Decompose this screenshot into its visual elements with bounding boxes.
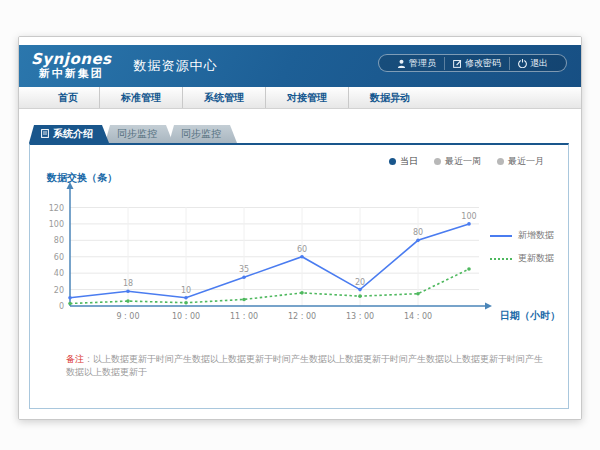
svg-text:100: 100 bbox=[461, 212, 476, 221]
logout-button[interactable]: 退出 bbox=[509, 57, 556, 70]
change-password-button[interactable]: 修改密码 bbox=[444, 57, 509, 70]
tab-system-intro[interactable]: 系统介绍 bbox=[29, 125, 109, 143]
nav-item-system-mgmt[interactable]: 系统管理 bbox=[182, 87, 265, 108]
svg-text:9 : 00: 9 : 00 bbox=[116, 312, 139, 321]
nav-item-interface-mgmt[interactable]: 对接管理 bbox=[265, 87, 348, 108]
nav-item-standard-mgmt[interactable]: 标准管理 bbox=[99, 87, 182, 108]
footnote-text: ：以上数据更新于时间产生数据以上数据更新于时间产生数据以上数据更新于时间产生数据… bbox=[66, 354, 543, 377]
app-window: Synjones 新中新集团 数据资源中心 管理员 修改密码 退出 bbox=[18, 36, 582, 420]
svg-text:100: 100 bbox=[49, 220, 64, 229]
company-logo: Synjones 新中新集团 bbox=[31, 52, 112, 79]
edit-icon bbox=[453, 59, 462, 68]
svg-text:20: 20 bbox=[54, 286, 64, 295]
page-title: 数据资源中心 bbox=[134, 57, 218, 75]
svg-text:40: 40 bbox=[54, 269, 64, 278]
window-top-band bbox=[19, 37, 581, 45]
svg-text:60: 60 bbox=[297, 245, 307, 254]
svg-text:120: 120 bbox=[49, 204, 64, 213]
x-axis-title: 日期（小时） bbox=[500, 309, 560, 323]
tab-sync-monitor-1-label: 同步监控 bbox=[117, 127, 157, 141]
svg-text:10 : 00: 10 : 00 bbox=[172, 312, 200, 321]
main-nav: 首页 标准管理 系统管理 对接管理 数据异动 bbox=[19, 87, 581, 109]
svg-text:60: 60 bbox=[54, 253, 64, 262]
solid-line-icon bbox=[490, 235, 512, 237]
svg-text:18: 18 bbox=[123, 279, 133, 288]
svg-text:13 : 00: 13 : 00 bbox=[346, 312, 374, 321]
tab-bar: 系统介绍 同步监控 同步监控 bbox=[29, 125, 237, 143]
app-header: Synjones 新中新集团 数据资源中心 管理员 修改密码 退出 bbox=[19, 45, 581, 87]
dashed-line-icon bbox=[490, 258, 512, 260]
svg-text:20: 20 bbox=[355, 278, 365, 287]
admin-user-label: 管理员 bbox=[409, 57, 436, 70]
admin-user-button[interactable]: 管理员 bbox=[389, 57, 444, 70]
series-legend: 新增数据 更新数据 bbox=[490, 229, 554, 265]
svg-text:12 : 00: 12 : 00 bbox=[288, 312, 316, 321]
svg-text:14 : 00: 14 : 00 bbox=[404, 312, 432, 321]
chart-panel: 当日 最近一周 最近一月 数据交换（条） 0204060801001209 : … bbox=[29, 143, 569, 409]
change-password-label: 修改密码 bbox=[465, 57, 501, 70]
logo-primary-text: Synjones bbox=[31, 52, 112, 68]
svg-text:10: 10 bbox=[181, 286, 191, 295]
tab-system-intro-label: 系统介绍 bbox=[53, 127, 93, 141]
content-area: 系统介绍 同步监控 同步监控 当日 最近一周 bbox=[19, 109, 581, 420]
tab-sync-monitor-1[interactable]: 同步监控 bbox=[105, 125, 173, 143]
svg-text:80: 80 bbox=[413, 228, 423, 237]
user-icon bbox=[397, 59, 406, 68]
power-icon bbox=[518, 59, 527, 68]
legend-new-data-label: 新增数据 bbox=[518, 229, 554, 242]
legend-item-new-data: 新增数据 bbox=[490, 229, 554, 242]
svg-text:35: 35 bbox=[239, 265, 249, 274]
legend-item-update-data: 更新数据 bbox=[490, 252, 554, 265]
logo-secondary-text: 新中新集团 bbox=[39, 68, 104, 80]
svg-text:80: 80 bbox=[54, 236, 64, 245]
tab-sync-monitor-2[interactable]: 同步监控 bbox=[169, 125, 237, 143]
exchange-chart: 0204060801001209 : 0010 : 0011 : 0012 : … bbox=[30, 145, 570, 345]
footnote-label: 备注 bbox=[66, 354, 84, 364]
document-icon bbox=[41, 129, 49, 140]
svg-text:0: 0 bbox=[59, 302, 64, 311]
nav-item-home[interactable]: 首页 bbox=[37, 87, 99, 108]
nav-item-data-change[interactable]: 数据异动 bbox=[348, 87, 431, 108]
tab-sync-monitor-2-label: 同步监控 bbox=[181, 127, 221, 141]
svg-text:11 : 00: 11 : 00 bbox=[230, 312, 258, 321]
legend-update-data-label: 更新数据 bbox=[518, 252, 554, 265]
footnote: 备注：以上数据更新于时间产生数据以上数据更新于时间产生数据以上数据更新于时间产生… bbox=[66, 353, 546, 378]
logout-label: 退出 bbox=[530, 57, 548, 70]
user-menu: 管理员 修改密码 退出 bbox=[378, 54, 567, 72]
